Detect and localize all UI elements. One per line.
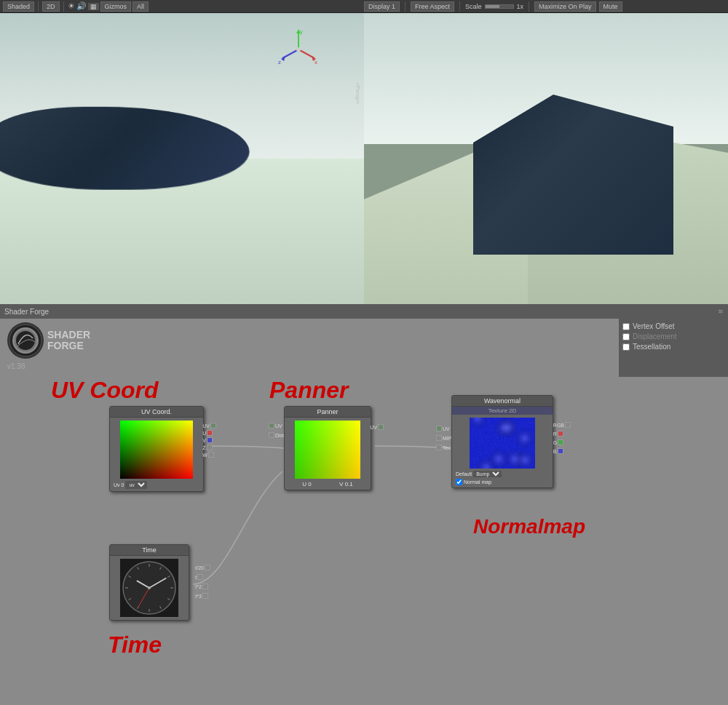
normal-map-checkbox[interactable]: [456, 479, 462, 485]
image-icon[interactable]: ▦: [88, 3, 99, 10]
wn-port-tex-dot[interactable]: [436, 445, 442, 450]
uv-coord-canvas: [120, 421, 193, 479]
uv-output-ports: UV U V Z W: [202, 423, 216, 458]
port-uv-dot[interactable]: [210, 423, 216, 429]
time-title: Time: [110, 545, 189, 556]
wavenormal-right-ports: RGB R G B: [553, 422, 571, 454]
uv-coord-bottom: Uv 0 uv: [111, 480, 202, 490]
panner-title: Panner: [285, 407, 371, 418]
wn-port-r-label: R: [553, 431, 557, 437]
wn-port-uv-dot[interactable]: [436, 426, 442, 431]
display-dropdown[interactable]: Display 1: [364, 1, 400, 12]
wn-port-rgb-dot[interactable]: [565, 422, 571, 428]
wn-port-g-row: G: [553, 439, 571, 445]
maximize-on-play-button[interactable]: Maximize On Play: [534, 1, 596, 12]
port-w-label: W: [202, 453, 207, 458]
svg-marker-7: [281, 56, 285, 61]
scene-gizmo: y x z: [277, 28, 320, 71]
panner-body: UV Dist UV U 0 V 0.1: [285, 418, 371, 490]
time-port-t20-row: t/20: [195, 565, 210, 570]
layer-dropdown[interactable]: All: [132, 1, 149, 12]
port-v-dot[interactable]: [207, 437, 213, 443]
uv-coord-big-label: UV Coord: [51, 377, 159, 404]
wn-port-b-row: B: [553, 448, 571, 454]
scale-label: Scale: [465, 3, 482, 10]
port-uv-label: UV: [202, 423, 210, 429]
port-u-dot[interactable]: [207, 430, 213, 436]
port-v-label: V: [202, 438, 206, 443]
time-port-t20-label: t/20: [195, 565, 204, 570]
time-port-t3-dot[interactable]: [202, 593, 208, 599]
svg-point-9: [296, 47, 301, 52]
panner-v-value: V 0.1: [339, 481, 353, 487]
wn-default-label: Default: [456, 471, 472, 477]
time-port-t20-dot[interactable]: [205, 565, 210, 570]
shading-dropdown[interactable]: Shaded: [3, 1, 34, 12]
scale-value: 1x: [517, 3, 524, 10]
wn-port-mip-row: MIP: [436, 435, 451, 441]
svg-text:y: y: [300, 28, 303, 35]
svg-text:z: z: [278, 59, 281, 65]
wn-port-b-dot[interactable]: [558, 448, 563, 454]
time-port-t-dot[interactable]: [197, 574, 203, 580]
scene-view[interactable]: y x z <Persp>: [0, 13, 364, 304]
time-port-t2-row: t*2: [195, 583, 210, 589]
wavenormal-bottom: Default Bump: [454, 470, 551, 478]
wn-port-b-label: B: [553, 449, 557, 454]
panner-port-dist-dot[interactable]: [269, 432, 274, 438]
time-port-t2-label: t*2: [195, 584, 202, 589]
uv-bottom-label1: Uv 0: [114, 482, 124, 487]
perspective-label: <Persp>: [355, 82, 361, 104]
sf-scroll-area: ≋: [718, 308, 724, 315]
port-z-row: Z: [202, 445, 216, 450]
panner-right-port: UV: [370, 424, 384, 430]
panner-port-uv-row: UV: [269, 423, 284, 429]
sf-graph[interactable]: UV Coord UV Coord. UV U: [0, 319, 728, 705]
panner-port-uv-out-dot[interactable]: [378, 424, 384, 430]
game-view[interactable]: [364, 13, 728, 304]
port-u-label: U: [202, 431, 206, 436]
node-wavenormal[interactable]: Wavenormal Texture 2D UV MIP: [451, 395, 553, 488]
panner-port-uv-dot[interactable]: [269, 423, 274, 429]
time-port-t3-label: t*3: [195, 594, 202, 599]
wn-port-r-row: R: [553, 431, 571, 437]
2d-button[interactable]: 2D: [42, 1, 60, 12]
scale-slider[interactable]: [485, 4, 514, 9]
port-uv-row: UV: [202, 423, 216, 429]
wn-port-r-dot[interactable]: [558, 431, 563, 437]
normal-map-label: Normal map: [464, 479, 491, 485]
port-u-row: U: [202, 430, 216, 436]
panner-left-ports: UV Dist: [269, 423, 284, 438]
time-body: t/20 t t*2 t*3: [110, 556, 189, 620]
gizmos-button[interactable]: Gizmos: [100, 1, 132, 12]
port-w-dot[interactable]: [208, 452, 214, 458]
wn-port-mip-label: MIP: [443, 436, 451, 441]
sf-title-text: Shader Forge: [4, 308, 49, 316]
time-port-t2-dot[interactable]: [202, 583, 208, 589]
wn-port-mip-dot[interactable]: [436, 435, 442, 441]
wavenormal-title: Wavenormal: [452, 396, 553, 407]
node-panner[interactable]: Panner UV Dist UV: [284, 406, 371, 490]
port-z-dot[interactable]: [207, 445, 213, 450]
time-port-t3-row: t*3: [195, 593, 210, 599]
wn-port-rgb-row: RGB: [553, 422, 571, 428]
mute-button[interactable]: Mute: [599, 1, 622, 12]
uv-coord-title: UV Coord.: [110, 407, 203, 418]
uv-type-select[interactable]: uv: [125, 481, 147, 489]
panner-canvas: [295, 421, 360, 479]
time-canvas: [120, 559, 178, 617]
wn-port-g-dot[interactable]: [558, 439, 563, 445]
panner-big-label: Panner: [269, 377, 348, 404]
time-right-ports: t/20 t t*2 t*3: [195, 565, 210, 599]
panner-values: U 0 V 0.1: [286, 480, 369, 488]
node-uv-coord[interactable]: UV Coord. UV U V: [109, 406, 204, 492]
aspect-dropdown[interactable]: Free Aspect: [411, 1, 454, 12]
normalmap-big-label: Normalmap: [473, 515, 585, 538]
node-time[interactable]: Time t/20 t t*2: [109, 544, 189, 621]
wn-type-select[interactable]: Bump: [473, 471, 502, 477]
wavenormal-subtitle: Texture 2D: [452, 407, 553, 415]
time-port-t-row: t: [195, 574, 210, 580]
panner-port-uv-out-label: UV: [370, 425, 377, 430]
scene-view-toolbar: Shaded 2D ☀ 🔊 ▦ Gizmos All Display 1 Fre…: [0, 0, 728, 13]
port-z-label: Z: [202, 445, 205, 450]
